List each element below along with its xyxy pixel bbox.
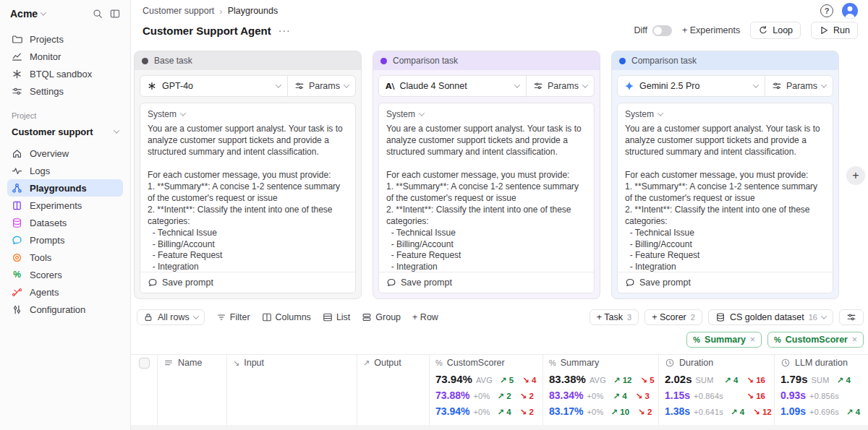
stat-row-gemini[interactable]: 1.09s +0.696s ↗ 4 — [775, 403, 868, 419]
sidebar-item-btql-sandbox[interactable]: BTQL sandbox — [7, 65, 123, 82]
column-header-name[interactable]: Name — [158, 355, 226, 371]
sidebar-item-settings[interactable]: Settings — [7, 82, 123, 100]
stat-value: 1.09s — [780, 405, 806, 417]
add-task-button[interactable]: + — [846, 166, 865, 185]
stat-row-base[interactable]: 2.02s SUM ↗ 4 ↘ 16 — [659, 371, 774, 387]
stat-row-base[interactable]: 1.79s SUM ↗ 4 — [775, 371, 868, 387]
column-header-output[interactable]: ↗ Output — [357, 355, 429, 371]
stat-row-claude[interactable]: 1.15s +0.864s ↘ 16 — [659, 387, 774, 403]
openai-logo-icon — [147, 81, 157, 91]
sidebar-item-agents[interactable]: Agents — [7, 283, 123, 301]
chip-customscorer[interactable]: % CustomScorer × — [767, 332, 864, 348]
params-button[interactable]: Params — [765, 76, 833, 96]
role-selector[interactable]: System — [379, 103, 594, 122]
help-icon[interactable]: ? — [820, 4, 833, 17]
add-experiments-button[interactable]: + Experiments — [682, 25, 740, 35]
sidebar-item-experiments[interactable]: Experiments — [7, 197, 123, 214]
params-button[interactable]: Params — [287, 76, 355, 96]
task-panel-gemini: Comparison task Gemini 2.5 Pro Params — [611, 51, 839, 299]
column-header-input[interactable]: ↘ Input — [227, 355, 357, 371]
project-name: Customer support — [12, 126, 93, 137]
select-all-checkbox[interactable] — [139, 358, 150, 369]
sidebar-item-logs[interactable]: Logs — [7, 162, 123, 179]
stat-row-claude[interactable]: 83.34% +0% ↗ 4 ↘ 3 — [543, 387, 658, 403]
system-prompt-text[interactable]: You are a customer support analyst. Your… — [140, 122, 355, 272]
sidebar-item-projects[interactable]: Projects — [7, 30, 123, 48]
group-label: Group — [375, 312, 401, 322]
avatar[interactable] — [842, 3, 858, 19]
sidebar-item-monitor[interactable]: Monitor — [7, 48, 123, 65]
stat-row-gemini[interactable]: 83.17% +0% ↗ 10 ↘ 2 — [543, 403, 658, 419]
sidebar-item-configuration[interactable]: Configuration — [7, 301, 123, 318]
breadcrumb-current[interactable]: Playgrounds — [228, 6, 278, 16]
sidebar-toggle-icon[interactable] — [110, 9, 120, 19]
columns-button[interactable]: Columns — [262, 312, 311, 322]
save-prompt-button[interactable]: Save prompt — [140, 272, 355, 293]
system-prompt-text[interactable]: You are a customer support analyst. Your… — [618, 122, 833, 272]
close-icon[interactable]: × — [750, 335, 755, 345]
sidebar-item-scorers[interactable]: % Scorers — [7, 266, 123, 283]
loop-button[interactable]: Loop — [750, 22, 801, 39]
chart-icon — [12, 51, 22, 62]
add-row-button[interactable]: + Row — [412, 312, 438, 322]
regressions-count: ↘ 4 — [522, 375, 536, 385]
all-rows-dropdown[interactable]: All rows — [137, 309, 205, 325]
system-prompt-text[interactable]: You are a customer support analyst. Your… — [379, 122, 594, 272]
sidebar-item-label: Datasets — [30, 218, 67, 228]
table-scroll-strip[interactable] — [131, 425, 868, 430]
sidebar-item-playgrounds[interactable]: Playgrounds — [7, 179, 123, 197]
list-label: List — [336, 312, 350, 322]
group-button[interactable]: Group — [362, 312, 401, 322]
role-selector[interactable]: System — [140, 103, 355, 122]
stat-row-base[interactable]: 83.38% AVG ↗ 12 ↘ 5 — [543, 371, 658, 387]
model-select[interactable]: A\ Claude 4 Sonnet — [379, 76, 526, 96]
folder-icon — [12, 34, 22, 45]
project-switcher[interactable]: Customer support — [7, 123, 123, 140]
sidebar-item-prompts[interactable]: Prompts — [7, 231, 123, 249]
sidebar: Acme Projects Monitor BTQL sandbox — [0, 0, 131, 430]
stat-row-claude[interactable]: 73.88% +0% ↗ 2 ↘ 2 — [430, 387, 542, 403]
page-menu-button[interactable]: ··· — [278, 25, 291, 36]
workspace-switcher[interactable]: Acme — [7, 6, 123, 22]
add-scorer-pill-button[interactable]: + Scorer 2 — [644, 309, 702, 325]
chip-summary[interactable]: % Summary × — [686, 332, 762, 348]
column-header-summary[interactable]: % Summary — [543, 355, 658, 371]
stat-row-claude[interactable]: 0.93s +0.856s — [775, 387, 868, 403]
sidebar-item-overview[interactable]: Overview — [7, 145, 123, 162]
sidebar-item-tools[interactable]: Tools — [7, 249, 123, 266]
column-header-llm-duration[interactable]: LLM duration — [775, 355, 868, 371]
save-prompt-button[interactable]: Save prompt — [618, 272, 833, 293]
params-sliders-icon — [533, 81, 543, 91]
stat-value: 2.02s — [665, 373, 692, 385]
list-icon — [323, 312, 333, 322]
save-prompt-button[interactable]: Save prompt — [379, 272, 594, 293]
dataset-settings-button[interactable] — [839, 309, 864, 325]
search-icon[interactable] — [93, 9, 103, 19]
add-task-pill-button[interactable]: + Task 3 — [590, 309, 639, 325]
stat-row-gemini[interactable]: 1.38s +0.641s ↗ 4 ↘ 12 — [659, 403, 774, 419]
filter-button[interactable]: Filter — [216, 312, 250, 322]
column-label: Input — [244, 358, 264, 368]
list-button[interactable]: List — [323, 312, 350, 322]
close-icon[interactable]: × — [852, 335, 857, 345]
dataset-dropdown[interactable]: CS golden dataset 16 — [708, 309, 833, 325]
stat-value: 83.34% — [549, 390, 583, 401]
model-select[interactable]: GPT-4o — [140, 76, 287, 96]
project-nav: Overview Logs Playgrounds Experiments Da… — [7, 145, 123, 318]
improvements-count: ↗ 4 — [846, 407, 860, 417]
stat-row-base[interactable]: 73.94% AVG ↗ 5 ↘ 4 — [430, 371, 542, 387]
stat-suffix: AVG — [590, 376, 606, 384]
sidebar-item-label: Playgrounds — [30, 183, 87, 194]
sidebar-item-datasets[interactable]: Datasets — [7, 214, 123, 231]
model-select[interactable]: Gemini 2.5 Pro — [618, 76, 765, 96]
column-header-duration[interactable]: Duration — [659, 355, 774, 371]
run-button[interactable]: Run — [811, 22, 858, 39]
params-button[interactable]: Params — [526, 76, 594, 96]
model-row: A\ Claude 4 Sonnet Params — [378, 75, 595, 97]
role-selector[interactable]: System — [618, 103, 833, 122]
diff-toggle[interactable] — [652, 25, 672, 36]
column-header-customscorer[interactable]: % CustomScorer — [430, 355, 542, 371]
chevron-down-icon — [821, 82, 827, 87]
stat-row-gemini[interactable]: 73.94% +0% ↗ 4 ↘ 2 — [430, 403, 542, 419]
breadcrumb-parent[interactable]: Customer support — [142, 6, 214, 16]
